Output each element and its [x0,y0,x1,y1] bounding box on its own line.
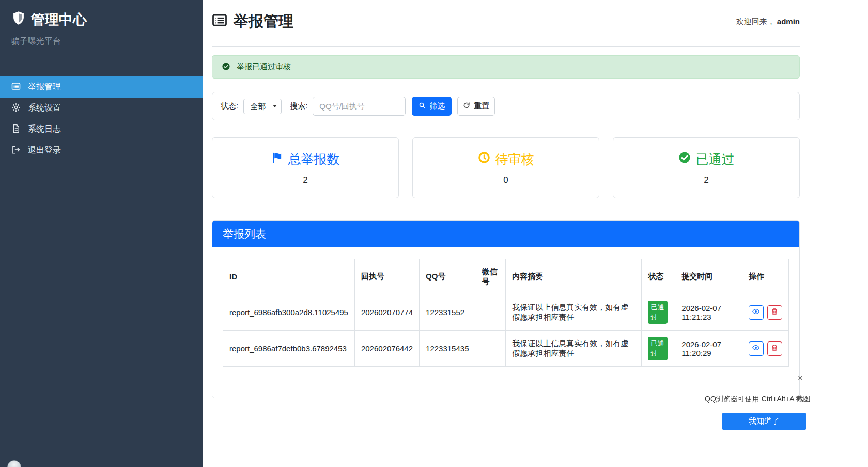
cell-time: 2026-02-07 11:21:23 [675,294,742,331]
sidebar-item-report-management[interactable]: 举报管理 [0,76,203,98]
welcome-text: 欢迎回来， admin [736,17,800,27]
column-header-qq: QQ号 [420,259,475,294]
filter-bar: 状态: 全部 搜索: 筛选 重置 [212,92,800,120]
search-icon [419,102,426,111]
toast-message: QQ浏览器可使用 Ctrl+Alt+A 截图 [705,395,806,404]
shield-icon [11,11,26,29]
app-subtitle: 骗子曝光平台 [11,36,191,47]
report-list-card: 举报列表 ID 回执号 QQ号 微信号 内容摘要 状态 提交时间 操作 [212,220,800,398]
username: admin [777,17,800,26]
table-row: report_6986afb300a2d8.11025495 202602070… [223,294,789,331]
filter-button[interactable]: 筛选 [412,97,452,116]
status-label: 状态: [221,101,238,111]
list-icon [11,82,21,93]
stat-cards: 总举报数 2 待审核 0 已通过 2 [212,137,800,198]
column-header-status: 状态 [642,259,675,294]
cell-summary: 我保证以上信息真实有效，如有虚假愿承担相应责任 [506,331,642,367]
sidebar-item-label: 退出登录 [28,145,61,156]
qq-screenshot-toast: × QQ浏览器可使用 Ctrl+Alt+A 截图 我知道了 [705,373,806,430]
report-table: ID 回执号 QQ号 微信号 内容摘要 状态 提交时间 操作 report_69… [223,259,789,367]
alert-message: 举报已通过审核 [237,62,291,72]
cell-operations [742,331,788,367]
search-label: 搜索: [290,101,307,111]
clock-icon [478,151,490,167]
cell-summary: 我保证以上信息真实有效，如有虚假愿承担相应责任 [506,294,642,331]
search-input[interactable] [313,97,406,116]
trash-icon [771,344,778,353]
sidebar-item-system-settings[interactable]: 系统设置 [0,98,203,119]
column-header-id: ID [223,259,355,294]
sidebar-item-label: 系统日志 [28,124,61,135]
flag-icon [271,152,283,167]
cell-report-id: report_6986afb300a2d8.11025495 [223,294,355,331]
main-content: 举报管理 欢迎回来， admin 举报已通过审核 状态: 全部 搜索: 筛选 [203,0,868,398]
close-icon[interactable]: × [798,373,803,382]
column-header-summary: 内容摘要 [506,259,642,294]
stat-value: 0 [503,175,508,185]
stat-card-approved: 已通过 2 [613,137,800,198]
stat-label: 待审核 [495,151,534,168]
page-title: 举报管理 [212,11,293,32]
eye-icon [752,307,760,317]
reset-button[interactable]: 重置 [457,97,495,116]
table-header-row: ID 回执号 QQ号 微信号 内容摘要 状态 提交时间 操作 [223,259,789,294]
sidebar: 管理中心 骗子曝光平台 举报管理 系统设置 系统日志 退出登录 [0,0,203,467]
stat-card-total-reports: 总举报数 2 [212,137,399,198]
table-row: report_6986af7defb0b3.67892453 202602076… [223,331,789,367]
page-header: 举报管理 欢迎回来， admin [212,0,800,47]
floating-widget[interactable] [7,460,21,467]
eye-icon [752,344,760,353]
stat-value: 2 [704,175,708,185]
cell-status: 已通过 [642,331,675,367]
status-badge: 已通过 [648,301,668,324]
got-it-button[interactable]: 我知道了 [722,413,806,430]
app-title: 管理中心 [31,10,87,29]
column-header-wechat: 微信号 [475,259,506,294]
logout-icon [11,145,21,157]
cell-receipt: 202602076442 [354,331,419,367]
delete-button[interactable] [767,341,782,356]
delete-button[interactable] [767,305,782,320]
view-button[interactable] [749,305,764,320]
refresh-icon [463,102,470,111]
stat-card-pending: 待审核 0 [412,137,599,198]
check-circle-icon [678,151,691,167]
column-header-operations: 操作 [742,259,788,294]
cell-wechat [475,331,506,367]
cell-wechat [475,294,506,331]
cell-status: 已通过 [642,294,675,331]
cell-operations [742,294,788,331]
cell-qq: 1223315435 [420,331,475,367]
app-logo: 管理中心 [11,10,191,29]
sidebar-item-logout[interactable]: 退出登录 [0,140,203,161]
stat-value: 2 [303,175,307,185]
stat-label: 已通过 [696,151,735,168]
sidebar-item-system-logs[interactable]: 系统日志 [0,119,203,140]
sidebar-item-label: 举报管理 [28,82,61,92]
cell-report-id: report_6986af7defb0b3.67892453 [223,331,355,367]
report-list-header: 举报列表 [212,221,799,247]
gear-icon [11,103,21,114]
cell-receipt: 202602070774 [354,294,419,331]
column-header-time: 提交时间 [675,259,742,294]
status-badge: 已通过 [648,337,668,360]
stat-label: 总举报数 [288,151,340,168]
cell-qq: 122331552 [420,294,475,331]
trash-icon [771,308,778,317]
sidebar-item-label: 系统设置 [28,103,61,114]
list-icon [212,12,227,32]
check-circle-icon [222,62,230,72]
view-button[interactable] [749,341,764,356]
sidebar-nav: 举报管理 系统设置 系统日志 退出登录 [0,71,203,161]
file-icon [11,124,21,135]
column-header-receipt: 回执号 [354,259,419,294]
success-alert: 举报已通过审核 [212,55,800,79]
cell-time: 2026-02-07 11:20:29 [675,331,742,367]
status-select[interactable]: 全部 [243,99,282,114]
